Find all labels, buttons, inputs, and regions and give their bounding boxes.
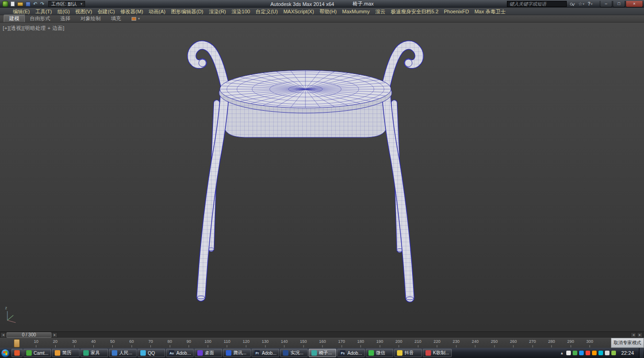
help-icon[interactable]: ?▾ [587, 1, 592, 6]
tray-icon-2[interactable] [579, 351, 584, 355]
workspace-selector[interactable]: 工作区: 默认 ▾ [48, 1, 85, 7]
tray-icon-7[interactable] [611, 351, 616, 355]
frame-tick-mark [341, 345, 342, 347]
minimize-button[interactable]: – [600, 1, 612, 7]
tray-icon-1[interactable] [573, 351, 577, 355]
favorites-star-icon[interactable]: ☆▾ [578, 1, 584, 6]
taskbar-item-7[interactable]: 桌面 [195, 349, 222, 357]
frame-tick-mark [265, 345, 265, 347]
frame-tick-number: 250 [491, 338, 498, 345]
menu-item-3[interactable]: 视图(V) [73, 8, 95, 15]
ribbon-tab-1[interactable]: 自由形式 [25, 15, 55, 22]
frame-tick-mark [418, 345, 418, 347]
taskbar-item-12[interactable]: PsAdob... [337, 349, 365, 357]
taskbar-item-0[interactable] [12, 349, 23, 357]
frame-tick-10: 10 [34, 338, 38, 348]
menu-item-14[interactable]: 渲云 [373, 8, 388, 15]
ribbon-tabs: 建模自由形式选择对象绘制填充 [4, 15, 126, 22]
tray-icon-6[interactable] [605, 351, 610, 355]
tray-icon-5[interactable] [598, 351, 603, 355]
menu-item-0[interactable]: 编辑(E) [10, 8, 33, 15]
frame-tick-mark [93, 345, 93, 347]
taskbar-item-3[interactable]: 家具 [80, 349, 108, 357]
menu-item-10[interactable]: 自定义(U) [253, 8, 281, 15]
tray-icon-0[interactable] [566, 351, 571, 355]
frame-tick-mark [246, 345, 247, 347]
taskbar-item-6[interactable]: AuAdob... [166, 349, 194, 357]
ribbon-tab-3[interactable]: 对象绘制 [75, 15, 106, 22]
frame-forward-arrow[interactable]: ▸ [52, 332, 58, 338]
frame-tick-number: 110 [224, 338, 230, 345]
menu-item-11[interactable]: MAXScript(X) [281, 8, 317, 15]
taskbar-item-4[interactable]: 人民... [109, 349, 137, 357]
tray-icon-3[interactable] [586, 351, 590, 355]
frame-back-arrow[interactable]: ◂ [0, 332, 6, 338]
taskbar-item-label: Camt... [34, 351, 48, 356]
track-bar[interactable]: 1020304050607080901001101201301401501601… [0, 338, 611, 348]
tray-icon-4[interactable] [592, 351, 597, 355]
menu-item-17[interactable]: Max 杀毒卫士 [472, 8, 508, 15]
undo-icon[interactable]: ↶ [33, 1, 37, 7]
taskbar-item-10[interactable]: 实况... [280, 349, 308, 357]
time-slider-end-arrows: ◂ ▸ [630, 332, 643, 338]
start-button[interactable] [1, 349, 10, 358]
close-button[interactable]: × [626, 1, 643, 7]
perspective-viewport[interactable]: [+][透视][明暗处理 + 边面] [0, 23, 644, 331]
frame-tick-number: 200 [395, 338, 402, 345]
taskbar-item-5[interactable]: QQ [138, 349, 165, 357]
menu-item-4[interactable]: 创建(C) [95, 8, 117, 15]
ribbon-state-icon[interactable] [132, 17, 136, 21]
taskbar-clock[interactable]: 22:24 [621, 350, 634, 356]
current-frame-marker[interactable] [14, 339, 20, 347]
taskbar-item-8[interactable]: 腾讯... [223, 349, 251, 357]
scroll-right-arrow[interactable]: ▸ [637, 332, 643, 338]
taskbar-item-9[interactable]: PrAdob... [252, 349, 279, 357]
menu-item-9[interactable]: 渲染100 [229, 8, 253, 15]
menu-item-12[interactable]: 帮助(H) [317, 8, 339, 15]
app-button-3dsmax-icon[interactable] [2, 1, 8, 7]
ribbon-collapse-icon[interactable]: ▾ [138, 17, 140, 21]
time-slider-grip[interactable]: 0 / 300 [6, 332, 52, 338]
menu-item-6[interactable]: 动画(A) [146, 8, 168, 15]
menu-item-15[interactable]: 极速瘦身安全归档5.2 [388, 8, 441, 15]
frame-tick-mark [303, 345, 304, 347]
tray-expand-icon[interactable]: ▲ [560, 351, 564, 355]
search-icon[interactable]: ▾ [570, 2, 575, 6]
taskbar-item-13[interactable]: 微信 [366, 349, 393, 357]
frame-tick-290: 290 [567, 338, 574, 348]
taskbar-item-2[interactable]: 简历 [52, 349, 80, 357]
maximize-button[interactable]: □ [613, 1, 625, 7]
redo-icon[interactable]: ↷ [40, 1, 44, 7]
show-desktop-button[interactable] [639, 348, 643, 358]
viewport-label-menu[interactable]: [+][透视][明暗处理 + 边面] [3, 25, 64, 32]
menu-item-1[interactable]: 工具(T) [33, 8, 55, 15]
cancel-expert-mode-button[interactable]: 取消专家模式 [611, 338, 644, 348]
menu-item-13[interactable]: MaxMummy [339, 8, 373, 15]
ribbon-tab-4[interactable]: 填充 [106, 15, 126, 22]
taskbar-item-11[interactable]: 椅子... [309, 349, 336, 357]
stool-wireframe-model[interactable]: z [0, 23, 644, 331]
taskbar-item-14[interactable]: 抖音 [394, 349, 422, 357]
file-name-text: 椅子.max [352, 0, 374, 7]
new-scene-icon[interactable] [11, 1, 15, 7]
menu-item-7[interactable]: 图形编辑器(D) [168, 8, 206, 15]
open-file-icon[interactable] [17, 1, 23, 7]
search-input[interactable] [507, 1, 567, 7]
menu-item-8[interactable]: 渲染(R) [206, 8, 229, 15]
menu-item-2[interactable]: 组(G) [55, 8, 73, 15]
save-file-icon[interactable] [26, 1, 30, 7]
taskbar-item-15[interactable]: K歌制... [423, 349, 452, 357]
frame-tick-mark [475, 345, 476, 347]
ribbon-tab-2[interactable]: 选择 [55, 15, 75, 22]
frame-tick-number: 30 [72, 338, 76, 345]
menu-item-16[interactable]: PhoenixFD [441, 8, 472, 15]
app-icon: Au [169, 350, 174, 356]
ribbon-tab-0[interactable]: 建模 [4, 15, 25, 22]
frame-tick-100: 100 [204, 338, 211, 348]
frame-tick-250: 250 [491, 338, 498, 348]
frame-tick-20: 20 [53, 338, 58, 348]
taskbar-item-1[interactable]: Camt... [23, 349, 51, 357]
menu-item-5[interactable]: 修改器(M) [118, 8, 146, 15]
taskbar-item-label: 桌面 [205, 350, 214, 356]
scroll-left-arrow[interactable]: ◂ [631, 332, 636, 338]
